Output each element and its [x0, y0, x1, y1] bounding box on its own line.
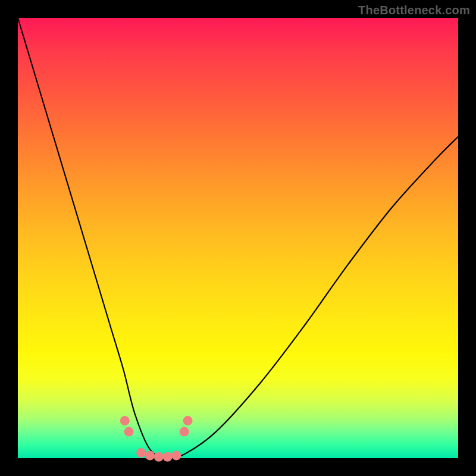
- marker-dot: [124, 427, 134, 437]
- curve-svg: [18, 18, 458, 458]
- marker-dot: [154, 452, 164, 462]
- bottleneck-curve: [18, 18, 458, 458]
- curve-markers: [120, 416, 193, 462]
- marker-dot: [183, 416, 193, 425]
- chart-frame: TheBottleneck.com: [0, 0, 476, 476]
- marker-dot: [120, 416, 130, 425]
- marker-dot: [163, 452, 173, 462]
- marker-dot: [180, 427, 189, 437]
- marker-dot: [171, 451, 181, 461]
- marker-dot: [136, 448, 146, 458]
- marker-dot: [145, 451, 155, 461]
- watermark-text: TheBottleneck.com: [358, 4, 470, 17]
- plot-area: [18, 18, 458, 458]
